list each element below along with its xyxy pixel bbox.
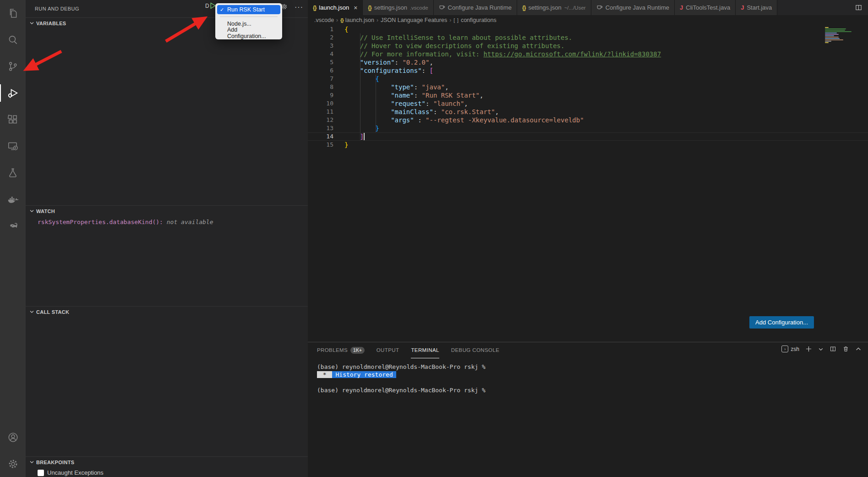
terminal-output[interactable]: (base) reynoldmorel@Reynolds-MacBook-Pro… xyxy=(308,358,868,394)
panel-tab-debug-console[interactable]: DEBUG CONSOLE xyxy=(451,342,500,358)
tab-launch.json[interactable]: {}launch.json× xyxy=(308,0,363,15)
menu-item-label: Node.js... xyxy=(227,21,251,27)
history-restored-text: History restored xyxy=(332,371,396,378)
tab-detail: ~/.../User xyxy=(564,5,586,11)
code-line-1[interactable]: 1{ xyxy=(308,25,868,33)
remote-explorer-icon[interactable] xyxy=(0,133,26,159)
views-more-actions-icon[interactable]: ··· xyxy=(295,5,303,10)
variables-label: VARIABLES xyxy=(36,21,66,26)
extensions-icon[interactable] xyxy=(0,106,26,133)
accounts-icon[interactable] xyxy=(0,424,26,450)
bottom-panel: PROBLEMS1K+OUTPUTTERMINALDEBUG CONSOLE ›… xyxy=(308,342,868,477)
line-number: 7 xyxy=(308,75,333,83)
code-line-6[interactable]: 6 "configurations": [ xyxy=(308,66,868,75)
code-text: } xyxy=(344,124,379,132)
java-cup-icon xyxy=(439,4,445,11)
gradle-icon[interactable] xyxy=(0,213,26,239)
code-line-12[interactable]: 12 "args" : "--regtest -Xkeyvalue.dataso… xyxy=(308,116,868,124)
manage-gear-icon[interactable] xyxy=(0,450,26,477)
watch-section-header[interactable]: WATCH xyxy=(26,206,308,217)
source-control-icon[interactable] xyxy=(0,53,26,80)
line-number: 5 xyxy=(308,58,333,66)
tab-Start.java[interactable]: JStart.java xyxy=(736,0,777,15)
panel-tab-output[interactable]: OUTPUT xyxy=(377,342,399,358)
search-icon[interactable] xyxy=(0,27,26,53)
split-editor-icon[interactable] xyxy=(849,0,868,15)
kill-terminal-trash-icon[interactable] xyxy=(842,345,849,352)
code-line-3[interactable]: 3 // Hover to view descriptions of exist… xyxy=(308,42,868,50)
breadcrumb-item-launch.json[interactable]: {}launch.json xyxy=(340,17,374,23)
code-line-8[interactable]: 8 "type": "java", xyxy=(308,83,868,91)
line-number: 14 xyxy=(308,132,333,141)
terminal-shell-selector[interactable]: › zsh xyxy=(781,345,799,352)
terminal-icon: › xyxy=(781,345,788,352)
code-editor[interactable]: 1{2 // Use IntelliSense to learn about p… xyxy=(308,25,868,342)
editor-group: {}launch.json×{}settings.json.vscodeConf… xyxy=(308,0,868,477)
menu-item-run-rsk-start[interactable]: ✓Run RSK Start xyxy=(217,5,280,14)
run-and-debug-icon[interactable] xyxy=(0,80,26,106)
uncaught-exceptions-checkbox[interactable] xyxy=(38,470,44,476)
tab-label: settings.json xyxy=(528,4,561,11)
split-terminal-icon[interactable] xyxy=(830,345,836,352)
tab-CliToolsTest.java[interactable]: JCliToolsTest.java xyxy=(675,0,736,15)
breakpoints-section: BREAKPOINTS Uncaught Exceptions xyxy=(26,456,308,477)
breadcrumb-label: launch.json xyxy=(345,17,374,23)
breadcrumb-label: .vscode xyxy=(314,17,334,23)
watch-expression-row[interactable]: rskSystemProperties.databaseKind(): not … xyxy=(26,217,308,225)
terminal-dropdown-chevron-icon[interactable] xyxy=(818,346,824,352)
panel-tab-label: TERMINAL xyxy=(411,347,439,353)
code-line-4[interactable]: 4 // For more information, visit: https:… xyxy=(308,50,868,58)
sidebar-title: RUN AND DEBUG xyxy=(35,6,79,11)
minimap[interactable] xyxy=(825,27,855,47)
add-configuration-button[interactable]: Add Configuration... xyxy=(749,316,814,329)
docker-icon[interactable] xyxy=(0,186,26,213)
code-line-11[interactable]: 11 "mainClass": "co.rsk.Start", xyxy=(308,108,868,116)
panel-tab-label: DEBUG CONSOLE xyxy=(451,347,500,353)
breadcrumb-item-.vscode[interactable]: .vscode xyxy=(314,17,334,23)
code-text: // For more information, visit: https://… xyxy=(344,50,661,58)
breadcrumb-item-configurations[interactable]: [ ]configurations xyxy=(453,17,497,23)
history-marker: * xyxy=(317,371,332,378)
testing-icon[interactable] xyxy=(0,159,26,186)
panel-actions: › zsh xyxy=(781,345,862,352)
new-terminal-icon[interactable] xyxy=(805,345,812,352)
text-cursor xyxy=(364,133,365,140)
tab-Configure Java Runtime[interactable]: Configure Java Runtime xyxy=(591,0,675,15)
watch-value: not available xyxy=(167,219,213,225)
code-line-14[interactable]: 14 ] xyxy=(308,132,868,141)
maximize-panel-chevron-icon[interactable] xyxy=(855,346,862,352)
code-text: { xyxy=(344,75,379,83)
tab-Configure Java Runtime[interactable]: Configure Java Runtime xyxy=(434,0,517,15)
code-line-10[interactable]: 10 "request": "launch", xyxy=(308,99,868,108)
watch-section: WATCH rskSystemProperties.databaseKind()… xyxy=(26,205,308,306)
line-number: 3 xyxy=(308,42,333,50)
explorer-icon[interactable] xyxy=(0,0,26,27)
close-icon[interactable]: × xyxy=(354,4,357,11)
code-line-5[interactable]: 5 "version": "0.2.0", xyxy=(308,58,868,66)
code-line-9[interactable]: 9 "name": "Run RSK Start", xyxy=(308,91,868,99)
menu-item-add-configuration[interactable]: Add Configuration... xyxy=(217,28,280,38)
chevron-down-icon xyxy=(29,21,34,27)
comment-link[interactable]: https://go.microsoft.com/fwlink/?linkid=… xyxy=(483,50,661,58)
line-number: 15 xyxy=(308,141,333,149)
panel-tab-label: PROBLEMS xyxy=(317,347,348,353)
call-stack-section: CALL STACK xyxy=(26,306,308,456)
breadcrumb-item-JSON Language Features[interactable]: JSON Language Features xyxy=(381,17,447,23)
tab-settings.json[interactable]: {}settings.json.vscode xyxy=(363,0,433,15)
call-stack-section-header[interactable]: CALL STACK xyxy=(26,307,308,318)
tab-label: launch.json xyxy=(319,4,349,11)
panel-tab-terminal[interactable]: TERMINAL xyxy=(411,342,439,358)
breadcrumb: .vscode›{}launch.json›JSON Language Feat… xyxy=(308,15,868,25)
tab-detail: .vscode xyxy=(410,5,428,11)
code-line-15[interactable]: 15} xyxy=(308,141,868,149)
tab-settings.json[interactable]: {}settings.json~/.../User xyxy=(517,0,591,15)
breakpoints-section-header[interactable]: BREAKPOINTS xyxy=(26,457,308,468)
panel-tab-problems[interactable]: PROBLEMS1K+ xyxy=(317,342,365,358)
code-text: "request": "launch", xyxy=(344,99,468,108)
breadcrumb-separator: › xyxy=(336,17,338,23)
call-stack-label: CALL STACK xyxy=(36,309,69,315)
code-text: ] xyxy=(344,132,365,141)
code-line-2[interactable]: 2 // Use IntelliSense to learn about pos… xyxy=(308,33,868,42)
code-line-13[interactable]: 13 } xyxy=(308,124,868,132)
code-line-7[interactable]: 7 { xyxy=(308,75,868,83)
